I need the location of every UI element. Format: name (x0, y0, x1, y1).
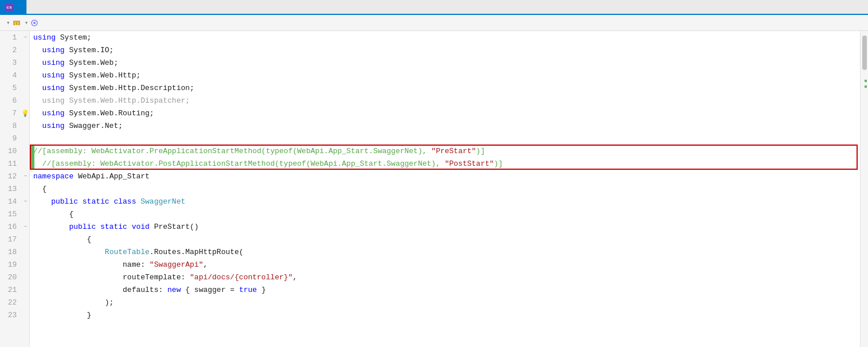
token: using (33, 71, 65, 80)
code-line-6: using System.Web.Http.Dispatcher; (33, 94, 860, 107)
code-line-3: using System.Web; (33, 56, 860, 69)
token: } (257, 286, 266, 294)
gutter-row-21: 21 (0, 283, 29, 296)
collapse-button-14[interactable]: − (24, 198, 27, 205)
gutter-row-13: 13 (0, 182, 29, 195)
token: //[assembly: WebActivator.PostApplicatio… (33, 159, 445, 168)
token: RouteTable (105, 248, 150, 256)
line-number-gutter: 1−234567💡89101112−1314−1516−171819202122… (0, 31, 30, 347)
namespace-icon: {} (12, 18, 21, 28)
code-line-4: using System.Web.Http; (33, 69, 860, 81)
breadcrumb-segment-2: {} (12, 18, 23, 28)
collapse-button-12[interactable]: − (24, 173, 27, 180)
line-number-19: 19 (0, 260, 21, 269)
token: { (33, 185, 46, 193)
gutter-row-2: 2 (0, 44, 29, 56)
token: "SwaggerApi" (150, 260, 204, 269)
gutter-row-16: 16− (0, 220, 29, 233)
lightbulb-icon[interactable]: 💡 (21, 110, 29, 117)
line-number-6: 6 (0, 96, 21, 105)
code-line-20: routeTemplate: "api/docs/{controller}", (33, 271, 860, 283)
line-number-14: 14 (0, 197, 21, 206)
line-number-9: 9 (0, 134, 21, 143)
gutter-row-9: 9 (0, 132, 29, 145)
token: class (110, 197, 136, 206)
breadcrumb-arrow-2: ▾ (25, 19, 29, 26)
line-number-7: 7 (0, 109, 21, 118)
token: { swagger = (181, 286, 238, 294)
token: using (33, 96, 65, 105)
token: using (33, 122, 65, 130)
token: static (96, 223, 127, 231)
code-line-2: using System.IO; (33, 44, 860, 56)
code-line-14: public static class SwaggerNet (33, 195, 860, 208)
token: using (33, 33, 56, 42)
gutter-row-8: 8 (0, 119, 29, 132)
tab-bar: cs (0, 0, 868, 15)
code-line-16: public static void PreStart() (33, 220, 860, 233)
scrollbar-thumb[interactable] (862, 36, 867, 70)
ide-window: cs ▾ {} ▾ (0, 0, 868, 347)
svg-text:{}: {} (14, 21, 18, 26)
token: System.Web; (65, 59, 119, 67)
line-number-1: 1 (0, 33, 21, 42)
code-line-19: name: "SwaggerApi", (33, 258, 860, 271)
code-content[interactable]: using System; using System.IO; using Sys… (30, 31, 860, 347)
token: "PostStart" (445, 159, 494, 168)
token: , (292, 273, 297, 282)
gutter-row-5: 5 (0, 81, 29, 94)
line-number-15: 15 (0, 210, 21, 219)
token: void (127, 223, 150, 231)
collapse-button-16[interactable]: − (24, 224, 27, 230)
token: using (33, 59, 65, 67)
line-number-20: 20 (0, 273, 21, 282)
line-number-16: 16 (0, 223, 21, 231)
code-line-17: { (33, 233, 860, 245)
breadcrumb-arrow-1: ▾ (6, 19, 10, 26)
token: namespace (33, 172, 73, 181)
token: public (33, 197, 78, 206)
line-number-13: 13 (0, 185, 21, 193)
breadcrumb-bar: ▾ {} ▾ (0, 15, 868, 31)
collapse-button-1[interactable]: − (24, 34, 27, 41)
code-line-21: defaults: new { swagger = true } (33, 283, 860, 296)
token: } (33, 311, 91, 319)
line-number-11: 11 (0, 159, 21, 168)
code-line-1: using System; (33, 31, 860, 44)
tab-swaggernet[interactable]: cs (0, 0, 27, 14)
token: new (167, 286, 181, 294)
cs-file-icon: cs (5, 3, 14, 11)
gutter-row-19: 19 (0, 258, 29, 271)
line-number-18: 18 (0, 248, 21, 256)
gutter-row-18: 18 (0, 245, 29, 258)
token (33, 248, 105, 256)
token: ); (33, 298, 114, 307)
scrollbar-track[interactable] (860, 31, 868, 347)
green-marker-11 (32, 157, 34, 170)
token: )] (476, 147, 485, 155)
token: PreStart() (150, 223, 199, 231)
token: "PreStart" (431, 147, 476, 155)
gutter-row-11: 11 (0, 157, 29, 170)
token: "api/docs/{controller}" (190, 273, 292, 282)
token: System.IO; (65, 46, 114, 54)
gutter-row-20: 20 (0, 271, 29, 283)
token: name: (33, 260, 150, 269)
line-number-17: 17 (0, 235, 21, 244)
code-line-13: { (33, 182, 860, 195)
gutter-row-22: 22 (0, 296, 29, 309)
gutter-row-23: 23 (0, 309, 29, 321)
token: SwaggerNet (136, 197, 185, 206)
token: public (33, 223, 96, 231)
token: { (33, 210, 73, 219)
code-line-10: //[assembly: WebActivator.PreApplication… (33, 145, 860, 157)
token: using (33, 84, 65, 92)
token: )] (494, 159, 503, 168)
token: //[assembly: WebActivator.PreApplication… (33, 147, 431, 155)
code-line-7: using System.Web.Routing; (33, 107, 860, 119)
token: Swagger.Net; (65, 122, 123, 130)
gutter-row-7: 7💡 (0, 107, 29, 119)
token: defaults: (33, 286, 167, 294)
code-line-22: ); (33, 296, 860, 309)
line-number-12: 12 (0, 172, 21, 181)
